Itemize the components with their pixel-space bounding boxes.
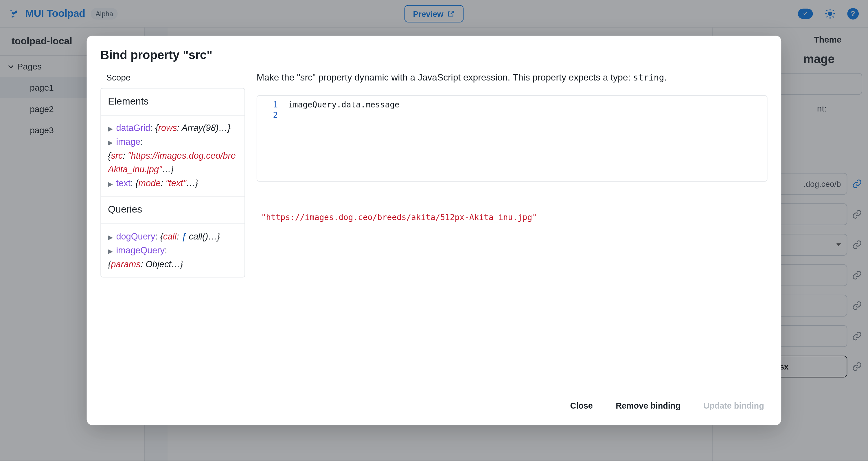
- remove-binding-button[interactable]: Remove binding: [612, 397, 684, 415]
- close-button[interactable]: Close: [567, 397, 596, 415]
- editor-gutter: 1 2: [257, 96, 283, 181]
- binding-instruction: Make the "src" property dynamic with a J…: [257, 73, 768, 83]
- scope-label: Scope: [100, 73, 245, 82]
- scope-element-text[interactable]: ▶ text: {mode: "text"…}: [108, 177, 238, 191]
- scope-query-dogQuery[interactable]: ▶ dogQuery: {call: ƒ call()…}: [108, 230, 238, 243]
- modal-title: Bind property "src": [100, 48, 767, 62]
- scope-query-imageQuery[interactable]: ▶ imageQuery:: [108, 243, 238, 257]
- scope-element-image-detail: {src: "https://images.dog.ceo/bre: [108, 149, 238, 163]
- scope-element-image-detail2: Akita_inu.jpg"…}: [108, 163, 238, 177]
- editor-code[interactable]: imageQuery.data.message: [283, 96, 767, 181]
- scope-element-dataGrid[interactable]: ▶ dataGrid: {rows: Array(98)…}: [108, 121, 238, 135]
- update-binding-button: Update binding: [700, 397, 767, 415]
- scope-queries-header: Queries: [101, 197, 245, 224]
- bind-property-modal: Bind property "src" Scope Elements ▶ dat…: [87, 36, 781, 425]
- scope-elements-header: Elements: [101, 89, 245, 116]
- scope-element-image[interactable]: ▶ image:: [108, 135, 238, 149]
- expression-editor[interactable]: 1 2 imageQuery.data.message: [257, 95, 768, 181]
- scope-tree: Elements ▶ dataGrid: {rows: Array(98)…} …: [100, 88, 245, 278]
- expression-result: "https://images.dog.ceo/breeds/akita/512…: [257, 212, 768, 222]
- scope-query-imageQuery-detail: {params: Object…}: [108, 257, 238, 271]
- modal-overlay[interactable]: Bind property "src" Scope Elements ▶ dat…: [0, 0, 868, 461]
